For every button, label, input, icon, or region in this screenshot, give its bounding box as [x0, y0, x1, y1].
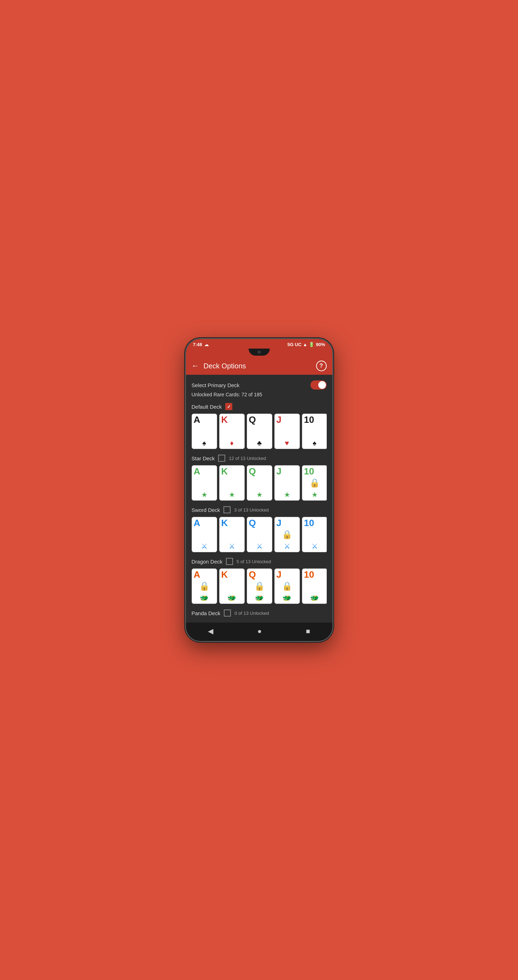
phone-device: 7:48 ☁ 5G UC ▲ 🔋 90% ← Deck Options ? Se…	[185, 338, 333, 642]
deck-header-1: Star Deck12 of 13 Unlocked	[192, 455, 327, 462]
back-button[interactable]: ←	[192, 362, 199, 370]
back-nav-button[interactable]: ◀	[208, 627, 213, 635]
card-3-3[interactable]: J🐲🔒	[274, 568, 300, 604]
cards-row-3: A🐲🔒K🐲Q🐲🔒J🐲🔒10🐲	[192, 568, 327, 604]
deck-section-1: Star Deck12 of 13 UnlockedA★K★Q★J★10★🔒	[192, 455, 327, 501]
deck-checkbox-2[interactable]	[223, 506, 231, 513]
card-3-0[interactable]: A🐲🔒	[192, 568, 217, 604]
card-1-0[interactable]: A★	[192, 465, 217, 501]
primary-deck-toggle[interactable]	[311, 380, 327, 390]
card-0-1[interactable]: K♦	[219, 414, 245, 449]
card-3-1[interactable]: K🐲	[219, 568, 245, 604]
deck-unlock-2: 3 of 13 Unlocked	[234, 508, 269, 512]
deck-section-0: Default DeckA♠K♦Q♣J♥10♠	[192, 403, 327, 449]
status-right: 5G UC ▲ 🔋 90%	[287, 342, 325, 347]
card-2-0[interactable]: A⚔	[192, 517, 217, 552]
status-bar: 7:48 ☁ 5G UC ▲ 🔋 90%	[186, 339, 332, 348]
deck-name-1: Star Deck	[192, 455, 215, 461]
card-2-1[interactable]: K⚔	[219, 517, 245, 552]
deck-section-3: Dragon Deck5 of 13 UnlockedA🐲🔒K🐲Q🐲🔒J🐲🔒10…	[192, 558, 327, 604]
lock-icon: 🔒	[282, 581, 292, 591]
bottom-nav: ◀ ● ■	[186, 622, 332, 641]
card-2-2[interactable]: Q⚔	[247, 517, 272, 552]
deck-header-4: Panda Deck0 of 13 Unlocked	[192, 609, 327, 617]
deck-section-2: Sword Deck3 of 13 UnlockedA⚔K⚔Q⚔J⚔🔒10⚔	[192, 506, 327, 552]
decks-container: Default DeckA♠K♦Q♣J♥10♠Star Deck12 of 13…	[192, 403, 327, 617]
card-2-3[interactable]: J⚔🔒	[274, 517, 300, 552]
battery-icon: 🔋	[309, 342, 314, 347]
rare-cards-text: Unlocked Rare Cards: 72 of 185	[192, 392, 327, 398]
content-area: Select Primary Deck Unlocked Rare Cards:…	[186, 375, 332, 622]
deck-unlock-4: 0 of 13 Unlocked	[234, 611, 269, 616]
deck-header-2: Sword Deck3 of 13 Unlocked	[192, 506, 327, 513]
toggle-thumb	[318, 381, 326, 389]
status-time: 7:48	[193, 342, 202, 347]
deck-name-3: Dragon Deck	[192, 558, 223, 565]
app-bar-title: Deck Options	[204, 362, 316, 370]
select-primary-row: Select Primary Deck	[192, 380, 327, 390]
deck-header-0: Default Deck	[192, 403, 327, 410]
deck-checkbox-3[interactable]	[226, 558, 233, 565]
signal-icon: ▲	[303, 342, 308, 347]
cards-row-1: A★K★Q★J★10★🔒	[192, 465, 327, 501]
card-0-4[interactable]: 10♠	[302, 414, 327, 449]
camera-dot	[258, 351, 261, 353]
signal-text: 5G UC	[287, 342, 301, 347]
lock-icon: 🔒	[282, 530, 292, 539]
card-2-4[interactable]: 10⚔	[302, 517, 327, 552]
deck-checkbox-1[interactable]	[218, 455, 225, 462]
notch	[249, 348, 270, 356]
cloud-icon: ☁	[204, 342, 209, 347]
card-3-4[interactable]: 10🐲	[302, 568, 327, 604]
card-0-0[interactable]: A♠	[192, 414, 217, 449]
deck-checkbox-0[interactable]	[225, 403, 232, 410]
status-left: 7:48 ☁	[193, 342, 209, 347]
recent-nav-button[interactable]: ■	[306, 627, 310, 635]
deck-section-4: Panda Deck0 of 13 Unlocked	[192, 609, 327, 617]
card-1-2[interactable]: Q★	[247, 465, 272, 501]
deck-header-3: Dragon Deck5 of 13 Unlocked	[192, 558, 327, 565]
home-nav-button[interactable]: ●	[257, 627, 261, 635]
deck-name-2: Sword Deck	[192, 507, 220, 513]
card-3-2[interactable]: Q🐲🔒	[247, 568, 272, 604]
card-1-3[interactable]: J★	[274, 465, 300, 501]
card-0-3[interactable]: J♥	[274, 414, 300, 449]
select-primary-label: Select Primary Deck	[192, 382, 240, 388]
deck-name-4: Panda Deck	[192, 610, 221, 616]
app-bar: ← Deck Options ?	[186, 357, 332, 375]
cards-row-0: A♠K♦Q♣J♥10♠	[192, 414, 327, 449]
card-0-2[interactable]: Q♣	[247, 414, 272, 449]
deck-unlock-1: 12 of 13 Unlocked	[229, 456, 266, 461]
lock-icon: 🔒	[199, 581, 210, 591]
card-1-1[interactable]: K★	[219, 465, 245, 501]
card-1-4[interactable]: 10★🔒	[302, 465, 327, 501]
deck-unlock-3: 5 of 13 Unlocked	[237, 559, 271, 564]
lock-icon: 🔒	[309, 478, 320, 488]
battery-text: 90%	[316, 342, 325, 347]
cards-row-2: A⚔K⚔Q⚔J⚔🔒10⚔	[192, 517, 327, 552]
deck-name-0: Default Deck	[192, 404, 222, 410]
help-button[interactable]: ?	[316, 361, 327, 371]
deck-checkbox-4[interactable]	[224, 609, 231, 617]
notch-area	[186, 348, 332, 357]
lock-icon: 🔒	[254, 581, 265, 591]
